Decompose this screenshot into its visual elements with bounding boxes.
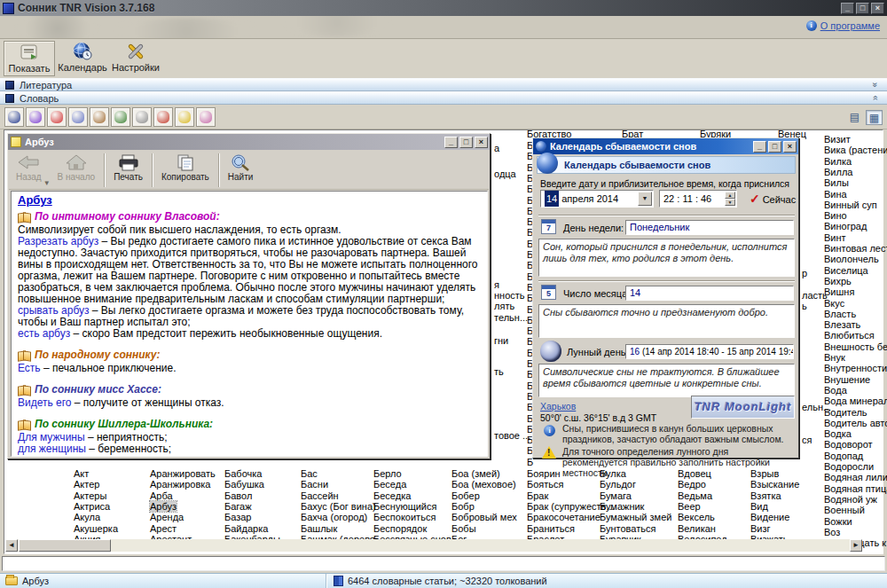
- list-item[interactable]: ласть: [802, 290, 828, 301]
- list-view-icon[interactable]: ▤: [846, 110, 863, 125]
- home-button[interactable]: В начало: [52, 153, 101, 188]
- list-item[interactable]: Великан: [678, 523, 716, 534]
- list-item[interactable]: Военный: [824, 505, 865, 515]
- article-link[interactable]: Для мужчины: [18, 431, 85, 443]
- list-item[interactable]: Внук: [824, 352, 845, 363]
- list-item[interactable]: Бобы: [451, 523, 476, 534]
- list-item[interactable]: ся: [802, 435, 812, 445]
- list-item[interactable]: Акула: [74, 512, 100, 522]
- window-titlebar[interactable]: Сонник TNR Vision 3.7.168 _ □ ×: [0, 0, 887, 16]
- article-link[interactable]: для женщины: [18, 443, 86, 455]
- deer-icon-button[interactable]: [90, 107, 109, 127]
- minimize-button[interactable]: _: [444, 137, 458, 148]
- list-item[interactable]: Бабочка: [224, 468, 262, 479]
- list-item[interactable]: Басни: [301, 479, 328, 490]
- city-link[interactable]: Харьков: [540, 401, 576, 412]
- list-item[interactable]: Башлык: [301, 523, 337, 534]
- list-item[interactable]: Бассейн: [301, 490, 339, 501]
- list-item[interactable]: Берло: [373, 468, 402, 479]
- glasses-icon-button[interactable]: [196, 107, 216, 127]
- list-item[interactable]: Водяная лили...: [824, 472, 887, 482]
- list-item[interactable]: Акт: [74, 468, 89, 479]
- list-item[interactable]: Бумага: [600, 490, 632, 501]
- list-item[interactable]: Боа (змей): [451, 468, 500, 479]
- scroll-left-icon[interactable]: ◄: [5, 539, 18, 552]
- balance-icon-button[interactable]: [4, 107, 24, 127]
- print-button[interactable]: Печать: [108, 153, 148, 188]
- list-item[interactable]: Водоворот: [824, 439, 873, 450]
- list-item[interactable]: Беспокоиться: [373, 512, 436, 522]
- calendar-button[interactable]: Календарь: [57, 41, 108, 76]
- arbuz-titlebar[interactable]: Арбуз _ □ ×: [8, 134, 490, 150]
- list-item[interactable]: ь: [802, 301, 807, 311]
- list-item[interactable]: ельн...: [802, 402, 831, 412]
- list-item[interactable]: ть: [494, 366, 504, 377]
- list-item[interactable]: Водитель авто...: [824, 418, 887, 428]
- list-item[interactable]: я: [494, 279, 499, 290]
- settings-button[interactable]: Настройки: [110, 41, 161, 76]
- list-item[interactable]: Бахча (огород): [301, 512, 367, 522]
- article-link[interactable]: Есть: [18, 362, 41, 374]
- list-item[interactable]: Вишня: [824, 286, 854, 297]
- maximize-button[interactable]: □: [856, 3, 869, 14]
- article-link[interactable]: Видеть его: [18, 396, 72, 409]
- list-item[interactable]: Байдарка: [224, 523, 268, 534]
- list-item[interactable]: Вика (растени...: [824, 145, 887, 155]
- band-literature[interactable]: Литература: [0, 78, 887, 91]
- list-item[interactable]: Визит: [824, 134, 851, 145]
- list-item[interactable]: Влезать: [824, 319, 860, 330]
- list-item[interactable]: Влюбиться: [824, 330, 875, 341]
- list-item[interactable]: Водопад: [824, 451, 863, 461]
- list-item[interactable]: Браниться: [527, 523, 575, 534]
- about-link[interactable]: i О программе: [806, 20, 880, 31]
- grid-view-icon[interactable]: ▦: [866, 110, 883, 125]
- list-item[interactable]: тельн...: [494, 312, 528, 323]
- list-item[interactable]: р: [802, 268, 807, 278]
- list-item[interactable]: одца: [494, 169, 516, 179]
- list-item[interactable]: Бобр: [451, 501, 475, 512]
- list-item[interactable]: Бульдог: [600, 479, 636, 490]
- combo-dropdown-icon[interactable]: ▼: [638, 192, 652, 206]
- list-item[interactable]: Вилы: [824, 177, 849, 188]
- back-dropdown-icon[interactable]: ▼: [43, 179, 51, 187]
- list-item[interactable]: Аренда: [150, 512, 184, 522]
- find-button[interactable]: Найти: [223, 153, 259, 188]
- scroll-right-icon[interactable]: ►: [850, 539, 862, 552]
- list-item[interactable]: Бахус (Бог вина): [301, 501, 376, 512]
- article-link[interactable]: Разрезать арбуз: [18, 235, 98, 247]
- list-item[interactable]: товое ...: [494, 430, 530, 441]
- list-item[interactable]: Вино: [824, 210, 847, 221]
- statue-icon-button[interactable]: [132, 107, 152, 127]
- list-item[interactable]: Беснующийся: [373, 501, 436, 512]
- list-item[interactable]: нность: [494, 290, 525, 301]
- list-item[interactable]: Арба: [150, 490, 173, 501]
- list-item[interactable]: Водоросли: [824, 461, 874, 472]
- list-item[interactable]: Беседа: [373, 479, 406, 490]
- spinner-buttons[interactable]: ▲▼: [725, 192, 735, 206]
- article-title-link[interactable]: Арбуз: [18, 194, 481, 206]
- list-item[interactable]: лять: [494, 301, 514, 311]
- list-item[interactable]: Вожки: [824, 516, 852, 527]
- list-item[interactable]: Вексель: [678, 512, 715, 522]
- scrollbar-thumb[interactable]: [19, 539, 111, 552]
- band-dictionary[interactable]: Словарь: [0, 91, 887, 105]
- list-item[interactable]: Бояться: [527, 479, 564, 490]
- list-item[interactable]: Внутренности: [824, 363, 887, 373]
- close-button[interactable]: ×: [871, 3, 884, 14]
- list-item[interactable]: Акушерка: [74, 523, 118, 534]
- list-item[interactable]: Водяной уж: [824, 494, 877, 505]
- show-button[interactable]: Показать: [4, 41, 55, 76]
- list-item[interactable]: Внушение: [824, 374, 870, 385]
- list-item[interactable]: Бас: [301, 468, 318, 479]
- list-item[interactable]: Внешность без...: [824, 341, 887, 352]
- list-item[interactable]: Вина: [824, 189, 847, 200]
- strawberry-icon-button[interactable]: [47, 107, 67, 127]
- now-button[interactable]: ✓ Сейчас: [750, 192, 796, 206]
- list-item[interactable]: Боа (меховое): [451, 479, 516, 490]
- copy-button[interactable]: Копировать: [156, 153, 215, 188]
- butterfly-icon-button[interactable]: [153, 107, 173, 127]
- list-item[interactable]: Вид: [750, 501, 768, 512]
- list-item[interactable]: Багаж: [224, 501, 252, 512]
- list-item[interactable]: Беспорядок: [373, 523, 427, 534]
- list-item[interactable]: Вода минерал...: [824, 396, 887, 406]
